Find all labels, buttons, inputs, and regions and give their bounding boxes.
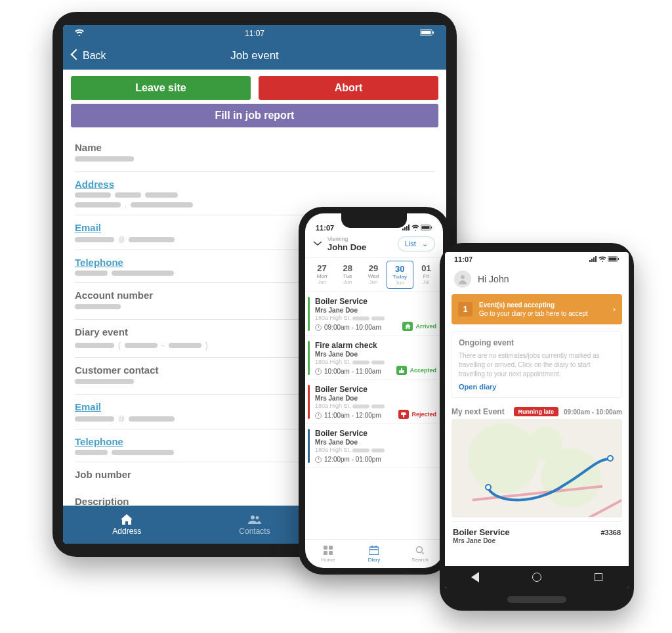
signal-wifi-battery-icons bbox=[402, 224, 432, 232]
tab-home-label: Home bbox=[321, 557, 335, 563]
tab-home[interactable]: Home bbox=[305, 540, 351, 568]
ongoing-body: There are no estimates/jobs currently ma… bbox=[459, 351, 615, 379]
diary-event-list: Boiler Service Mrs Jane Doe 180a High St… bbox=[305, 292, 443, 539]
event-time: 12:00pm - 01:00pm bbox=[315, 456, 436, 463]
tab-diary[interactable]: Diary bbox=[351, 540, 397, 568]
leave-site-button[interactable]: Leave site bbox=[71, 76, 251, 100]
svg-rect-18 bbox=[329, 551, 333, 555]
viewing-user[interactable]: Viewing John Doe bbox=[327, 236, 398, 252]
viewing-label: Viewing bbox=[327, 236, 398, 242]
iphone-device-frame: 11:07 Viewing John Doe List ⌄ 27MonJun28… bbox=[299, 207, 450, 575]
next-event-title: Boiler Service bbox=[453, 527, 510, 537]
event-color-bar bbox=[308, 341, 310, 375]
tab-search[interactable]: Search bbox=[397, 540, 443, 568]
banner-count: 1 bbox=[458, 302, 472, 316]
svg-rect-27 bbox=[593, 257, 595, 262]
diary-event-row[interactable]: Boiler Service Mrs Jane Doe 180a High St… bbox=[305, 292, 443, 336]
svg-rect-10 bbox=[406, 226, 408, 230]
abort-button[interactable]: Abort bbox=[259, 76, 438, 100]
next-event-id: #3368 bbox=[600, 529, 621, 536]
event-address: 180a High St, bbox=[315, 315, 402, 321]
clock-icon bbox=[315, 412, 322, 419]
event-customer: Mrs Jane Doe bbox=[315, 439, 436, 446]
event-title: Boiler Service bbox=[315, 385, 398, 394]
android-recent-button[interactable] bbox=[595, 573, 602, 581]
next-event-time: 09:00am - 10:00am bbox=[564, 408, 622, 416]
route-path bbox=[452, 420, 621, 517]
placeholder-line bbox=[75, 156, 134, 162]
diary-event-row[interactable]: Boiler Service Mrs Jane Doe 180a High St… bbox=[305, 424, 443, 468]
svg-rect-14 bbox=[431, 227, 432, 229]
home-icon bbox=[121, 513, 133, 525]
greeting-text: Hi John bbox=[478, 274, 509, 284]
svg-rect-9 bbox=[404, 227, 406, 230]
svg-point-32 bbox=[461, 275, 465, 279]
diary-event-row[interactable]: Fire alarm check Mrs Jane Doe 180a High … bbox=[305, 336, 443, 380]
route-start-pin bbox=[485, 484, 492, 491]
svg-rect-11 bbox=[408, 225, 410, 230]
event-address: 180a High St, bbox=[315, 359, 396, 365]
android-screen: 11:07 Hi John 1 Event(s) need accepting … bbox=[445, 252, 629, 588]
event-color-bar bbox=[308, 385, 310, 419]
svg-rect-28 bbox=[595, 256, 597, 262]
diary-event-row[interactable]: Boiler Service Mrs Jane Doe 180a High St… bbox=[305, 380, 443, 424]
iphone-status-time: 11:07 bbox=[316, 224, 334, 232]
fill-report-button[interactable]: Fill in job report bbox=[71, 104, 438, 127]
next-event-card[interactable]: Boiler Service #3368 Mrs Jane Doe bbox=[452, 521, 622, 544]
screen-title: Job event bbox=[63, 49, 446, 62]
event-title: Boiler Service bbox=[315, 429, 436, 438]
banner-line2: Go to your diary or tab here to accept bbox=[479, 309, 606, 318]
iphone-notch bbox=[341, 213, 407, 228]
date-cell[interactable]: 30TodayJun bbox=[387, 261, 413, 289]
svg-rect-2 bbox=[432, 32, 434, 34]
ongoing-title: Ongoing event bbox=[459, 338, 615, 347]
tab-address[interactable]: Address bbox=[63, 506, 191, 544]
clock-icon bbox=[315, 324, 322, 331]
field-name-label: Name bbox=[75, 142, 434, 153]
route-map[interactable] bbox=[452, 419, 622, 517]
event-address: 180a High St, bbox=[315, 447, 436, 453]
list-view-selector[interactable]: List ⌄ bbox=[398, 236, 435, 251]
grid-icon bbox=[324, 546, 333, 556]
signal-wifi-battery-icons bbox=[589, 255, 620, 263]
svg-point-3 bbox=[251, 515, 255, 519]
date-cell[interactable]: 27MonJun bbox=[309, 261, 335, 289]
tab-address-label: Address bbox=[112, 527, 141, 536]
open-diary-link[interactable]: Open diary bbox=[459, 383, 615, 391]
event-title: Boiler Service bbox=[315, 297, 402, 306]
banner-line1: Event(s) need accepting bbox=[479, 301, 606, 309]
banner-text: Event(s) need accepting Go to your diary… bbox=[479, 301, 606, 318]
wifi-icon bbox=[75, 29, 114, 38]
svg-point-23 bbox=[417, 546, 423, 552]
svg-rect-8 bbox=[402, 229, 404, 230]
svg-rect-19 bbox=[369, 547, 379, 555]
tab-diary-label: Diary bbox=[368, 557, 381, 563]
android-nav-bar bbox=[445, 566, 629, 588]
android-home-button[interactable] bbox=[532, 573, 541, 582]
date-cell[interactable]: 01FriJul bbox=[413, 261, 439, 289]
clock-icon bbox=[315, 456, 322, 463]
svg-point-4 bbox=[256, 516, 259, 519]
next-event-header: My next Event Running late 09:00am - 10:… bbox=[452, 404, 622, 419]
field-address-label[interactable]: Address bbox=[75, 179, 434, 190]
svg-rect-31 bbox=[618, 258, 620, 260]
thumbs-down-icon bbox=[398, 410, 409, 419]
date-cell[interactable]: 29WedJun bbox=[360, 261, 386, 289]
event-time: 09:00am - 10:00am bbox=[315, 324, 402, 331]
iphone-tab-bar: Home Diary Search bbox=[305, 539, 443, 568]
needs-accepting-banner[interactable]: 1 Event(s) need accepting Go to your dia… bbox=[452, 294, 622, 324]
svg-line-24 bbox=[422, 552, 424, 554]
svg-rect-26 bbox=[591, 259, 593, 262]
clock-icon bbox=[315, 368, 322, 375]
svg-rect-16 bbox=[329, 546, 333, 550]
svg-rect-17 bbox=[324, 551, 327, 555]
tablet-status-time: 11:07 bbox=[245, 29, 264, 38]
people-icon bbox=[248, 513, 261, 525]
android-status-time: 11:07 bbox=[454, 255, 472, 263]
next-event-label: My next Event bbox=[452, 407, 509, 416]
tab-contacts-label: Contacts bbox=[239, 527, 270, 536]
android-back-button[interactable] bbox=[471, 572, 479, 582]
date-cell[interactable]: 28TueJun bbox=[335, 261, 360, 289]
dropdown-arrow-icon[interactable] bbox=[313, 239, 322, 250]
event-customer: Mrs Jane Doe bbox=[315, 307, 402, 314]
